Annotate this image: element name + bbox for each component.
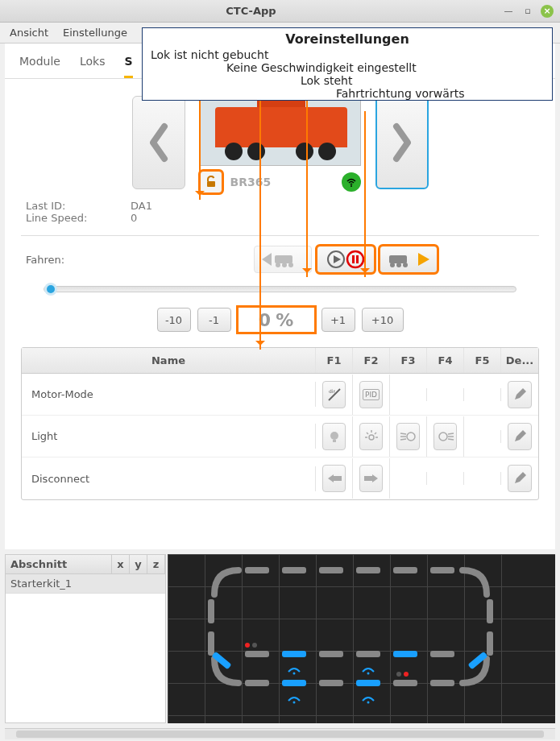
line-speed-value: 0 <box>131 212 137 224</box>
decouple-left-icon <box>326 472 342 485</box>
section-row[interactable]: Starterkit_1 <box>6 574 165 594</box>
section-table-header: Abschnitt x y z <box>6 555 165 574</box>
table-row: Disconnect <box>22 457 538 499</box>
svg-point-31 <box>439 433 447 441</box>
window-close-button[interactable]: × <box>541 5 554 18</box>
col-f3: F3 <box>390 348 427 373</box>
col-f1: F1 <box>316 348 353 373</box>
svg-point-41 <box>293 702 296 704</box>
disconnect-f1-button[interactable] <box>322 465 346 492</box>
speed-minus-10-button[interactable]: -10 <box>157 308 191 332</box>
svg-marker-2 <box>262 253 272 266</box>
speed-plus-1-button[interactable]: +1 <box>321 308 355 332</box>
motor-mode-f2-button[interactable]: PID <box>359 381 383 408</box>
lock-button[interactable] <box>200 171 222 193</box>
tab-module[interactable]: Module <box>19 55 60 78</box>
motor-mode-f1-button[interactable]: dir <box>322 381 346 408</box>
svg-marker-8 <box>334 255 341 263</box>
svg-point-6 <box>288 263 293 267</box>
section-row-name: Starterkit_1 <box>6 574 165 593</box>
speed-slider-thumb[interactable] <box>47 285 55 293</box>
light-f1-button[interactable] <box>322 423 346 450</box>
edit-row-3-button[interactable] <box>508 465 532 492</box>
line-speed-key: Line Speed: <box>26 212 98 224</box>
svg-point-5 <box>282 263 287 267</box>
speed-stepper: -10 -1 0 % +1 +10 <box>5 307 555 333</box>
window-maximize-button[interactable]: ▫ <box>521 5 534 18</box>
menu-settings[interactable]: Einstellunge <box>63 27 127 39</box>
col-f5: F5 <box>464 348 501 373</box>
window-titlebar: CTC-App — ▫ × <box>0 0 560 23</box>
next-loco-button[interactable] <box>375 96 429 189</box>
light-f4-button[interactable] <box>433 423 457 450</box>
preset-callout-line-2: Keine Geschwindigkeit eingestellt <box>143 61 552 74</box>
prev-loco-button[interactable] <box>132 96 185 189</box>
svg-line-26 <box>375 433 376 434</box>
tab-loks[interactable]: Loks <box>80 55 106 78</box>
col-f4: F4 <box>427 348 464 373</box>
track-canvas[interactable] <box>168 554 555 723</box>
loco-arrow-forward-icon <box>386 250 431 268</box>
window-title: CTC-App <box>6 5 496 17</box>
speed-slider-row <box>5 278 555 296</box>
svg-line-34 <box>448 439 454 440</box>
svg-marker-16 <box>418 253 429 266</box>
track-curve-bl <box>206 652 245 691</box>
callout-arrow-2 <box>259 85 261 350</box>
edit-row-2-button[interactable] <box>508 423 532 450</box>
pencil-icon <box>512 471 527 486</box>
menu-view[interactable]: Ansicht <box>10 27 48 39</box>
section-col-y: y <box>130 555 147 573</box>
svg-marker-36 <box>328 474 334 482</box>
preset-callout-line-4: Fahrtrichtung vorwärts <box>143 87 552 100</box>
loco-card: BR365 <box>200 92 361 193</box>
beam-right-icon <box>437 430 454 443</box>
bulb-icon <box>327 429 342 444</box>
section-col-name: Abschnitt <box>6 555 112 573</box>
pid-icon: PID <box>363 389 380 400</box>
svg-point-42 <box>367 702 370 704</box>
disconnect-f2-button[interactable] <box>359 465 383 492</box>
speed-display: 0 % <box>238 307 315 333</box>
arrow-reverse-loco-icon <box>260 250 305 268</box>
track-sensor-icon <box>361 664 375 675</box>
last-id-key: Last ID: <box>26 200 98 212</box>
svg-line-30 <box>400 439 406 440</box>
drive-label: Fahren: <box>26 254 98 266</box>
col-edit: De... <box>501 348 538 373</box>
speed-minus-1-button[interactable]: -1 <box>197 308 231 332</box>
section-col-x: x <box>112 555 130 573</box>
section-table: Abschnitt x y z Starterkit_1 <box>5 554 166 723</box>
decouple-right-icon <box>363 472 380 485</box>
svg-point-39 <box>293 673 296 675</box>
svg-point-21 <box>369 435 374 440</box>
svg-point-19 <box>330 432 338 440</box>
tab-active[interactable]: S <box>124 55 132 78</box>
svg-point-9 <box>347 251 363 267</box>
svg-marker-38 <box>372 474 378 482</box>
preset-callout-box: Voreinstellungen Lok ist nicht gebucht K… <box>142 27 553 101</box>
speed-plus-10-button[interactable]: +10 <box>362 308 404 332</box>
direction-forward-button[interactable] <box>380 246 438 273</box>
track-sensor-icon <box>287 664 301 675</box>
svg-rect-10 <box>352 255 355 263</box>
light-f3-button[interactable] <box>396 423 420 450</box>
preset-callout-line-1: Lok ist nicht gebucht <box>143 48 552 61</box>
svg-line-28 <box>400 433 406 434</box>
main-panel: Module Loks S BR365 <box>5 43 555 549</box>
table-row: Motor-Mode dir PID <box>22 374 538 416</box>
table-row: Light <box>22 416 538 457</box>
svg-point-15 <box>403 263 408 267</box>
horizontal-scrollbar[interactable] <box>5 728 555 739</box>
light-f2-button[interactable] <box>359 423 383 450</box>
svg-line-32 <box>448 433 454 434</box>
row-name: Disconnect <box>22 466 316 491</box>
speed-slider[interactable] <box>44 286 516 292</box>
chevron-left-icon <box>147 122 171 163</box>
window-minimize-button[interactable]: — <box>502 5 515 18</box>
svg-line-25 <box>367 433 368 434</box>
edit-row-1-button[interactable] <box>508 381 532 408</box>
chevron-right-icon <box>390 122 414 163</box>
beam-left-icon <box>400 430 417 443</box>
track-sensor-icon <box>287 693 301 704</box>
